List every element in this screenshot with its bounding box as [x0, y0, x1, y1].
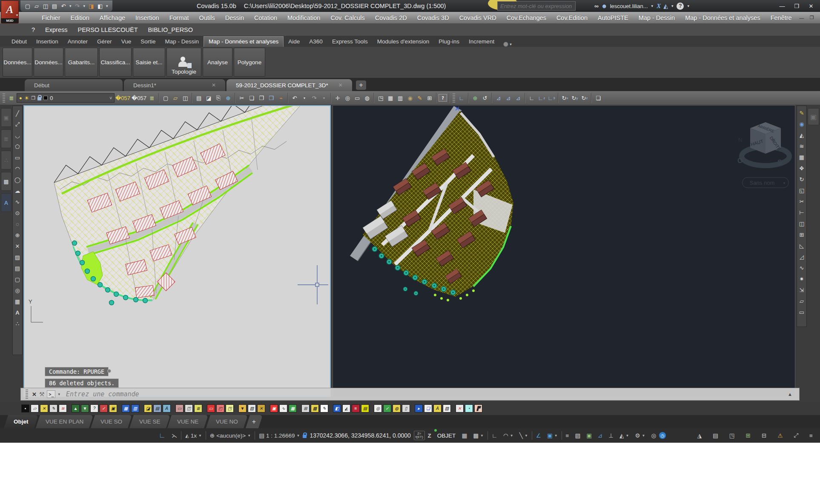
fet-icon[interactable]: Z=f(ET): [414, 431, 425, 440]
lineweight-icon[interactable]: ≡: [563, 430, 572, 441]
ribbon-tab-increment[interactable]: Increment: [464, 37, 499, 47]
layer-vp-icon[interactable]: ❐: [31, 95, 35, 101]
command-options-caret[interactable]: ▾: [58, 392, 60, 396]
ortho-icon[interactable]: ∟: [489, 430, 500, 441]
undo-icon[interactable]: ↶: [60, 2, 67, 10]
logo-dropdown-icon[interactable]: ▾: [16, 13, 18, 17]
ucs-rotate-y-icon[interactable]: ↻y: [570, 93, 579, 103]
ucs-rotate-z-icon[interactable]: ↻z: [580, 93, 589, 103]
ribbon-tab-map-dessin[interactable]: Map - Dessin: [160, 37, 204, 47]
print-icon[interactable]: ▤: [194, 93, 204, 103]
ribbon-tab-gerer[interactable]: Gérer: [92, 37, 117, 47]
panel-analyse[interactable]: Analyse: [203, 48, 232, 77]
menu-autopiste[interactable]: AutoPISTE: [593, 12, 634, 23]
toolbar-ic[interactable]: ▭: [207, 404, 215, 412]
redo-dropdown-icon[interactable]: ▾: [83, 4, 86, 8]
render-icon[interactable]: ◉: [405, 93, 415, 103]
doc-minimize-icon[interactable]: —: [797, 14, 806, 22]
toolbar-ic[interactable]: ▼: [81, 404, 89, 412]
toolbar-ic[interactable]: ▤: [153, 404, 161, 412]
menu-fenetre[interactable]: Fenêtre: [766, 12, 797, 23]
explode-icon[interactable]: ✷: [797, 273, 806, 284]
save-icon[interactable]: ◫: [181, 93, 190, 103]
toolbar-ic[interactable]: ◎: [374, 404, 382, 412]
view-cube[interactable]: ARRIÈRE HAUT DROITE O S N E Sans nom ▼: [737, 122, 789, 188]
undo-list-icon[interactable]: ▾: [300, 93, 309, 103]
viewport-3d[interactable]: ARRIÈRE HAUT DROITE O S N E Sans nom ▼: [333, 105, 795, 397]
tool-palettes-icon[interactable]: ▥: [396, 93, 405, 103]
dock-tool-button[interactable]: ▣: [808, 108, 819, 125]
panel-polygone[interactable]: Polygone: [234, 48, 265, 77]
ucs-view-icon[interactable]: ∟: [527, 93, 536, 103]
erase-icon[interactable]: ▭: [797, 306, 806, 318]
ucs-status-icon[interactable]: ∟: [156, 430, 169, 441]
mtext-icon[interactable]: A: [13, 307, 22, 318]
plan-canvas[interactable]: Y: [24, 106, 330, 396]
toolbar-ic[interactable]: ✎: [320, 404, 328, 412]
save-icon[interactable]: ◫: [42, 2, 49, 10]
toolbar-ic[interactable]: ▯: [402, 404, 410, 412]
monitor-icon[interactable]: ▤: [710, 430, 721, 441]
polygon-icon[interactable]: ⬠: [13, 141, 22, 152]
command-input[interactable]: Entrez une commande: [66, 390, 139, 398]
file-tab-dossier-3d[interactable]: 59-2012_DOSSIER COMPLET_3D*✕: [227, 79, 352, 91]
paste-special-icon[interactable]: ❒: [267, 93, 276, 103]
ribbon-tab-vue[interactable]: Vue: [117, 37, 136, 47]
pan-icon[interactable]: ✛: [333, 93, 342, 103]
layout-tab-vue-ne[interactable]: VUE NE: [167, 415, 208, 428]
toolbar-ic[interactable]: ◧: [333, 404, 341, 412]
search-binoculars-icon[interactable]: ∞: [594, 3, 599, 9]
cycling-icon[interactable]: ▣: [583, 430, 595, 441]
panel-classification[interactable]: Classifica...: [99, 48, 132, 77]
toolbar-ic[interactable]: ▸: [415, 404, 423, 412]
point-icon[interactable]: ∴: [13, 318, 22, 329]
dock-layers-icon[interactable]: ≣: [1, 129, 11, 148]
fillet-icon[interactable]: ◿: [797, 251, 806, 262]
transparency-icon[interactable]: ▨: [572, 430, 584, 441]
menu-format[interactable]: Format: [164, 12, 194, 23]
ribbon-tab-sortie[interactable]: Sortie: [136, 37, 160, 47]
arc-icon[interactable]: ◡: [13, 130, 22, 141]
layout-tab-vue-no[interactable]: VUE NO: [206, 415, 248, 428]
layer-color-swatch[interactable]: [43, 96, 48, 100]
layer-lock-icon[interactable]: [37, 97, 41, 100]
toolbar-ic[interactable]: ◭: [342, 404, 350, 412]
menu-dessin[interactable]: Dessin: [220, 12, 249, 23]
trim-icon[interactable]: ✂: [797, 196, 806, 207]
compass-west[interactable]: O: [737, 157, 743, 164]
arc-3pt-icon[interactable]: ◠: [13, 163, 22, 174]
workspace-gear-icon[interactable]: ⚙▼: [632, 430, 648, 441]
command-line[interactable]: ✕ ⚒ >_ ▾ Entrez une commande ▲: [20, 388, 800, 401]
ucs-previous-icon[interactable]: ↺: [480, 93, 490, 103]
paste-icon[interactable]: ❐: [257, 93, 266, 103]
compass-south[interactable]: S: [777, 159, 782, 166]
toolbar-ic[interactable]: ▥: [131, 404, 139, 412]
ucs-world-icon[interactable]: ⊕: [470, 93, 480, 103]
doc-close-icon[interactable]: ✕: [817, 14, 820, 22]
history-handle[interactable]: [107, 369, 111, 373]
tab-close-icon[interactable]: ✕: [338, 82, 343, 88]
customize-menu-icon[interactable]: ≡: [806, 430, 816, 441]
clock-icon[interactable]: ◷: [659, 432, 666, 439]
toolbar-ic[interactable]: ≡: [352, 404, 360, 412]
annotation-scale[interactable]: ◭1x▼: [182, 430, 205, 441]
a360-dropdown-icon[interactable]: ▾: [671, 4, 674, 8]
chevron-down-icon[interactable]: ˅: [109, 96, 112, 100]
panel-donnees-1[interactable]: Données...: [3, 48, 32, 77]
plot-status-icon[interactable]: ◳: [726, 430, 738, 441]
menu-express[interactable]: Express: [40, 23, 72, 36]
toolbar-ic[interactable]: ▼: [238, 404, 247, 412]
menu-insertion[interactable]: Insertion: [130, 12, 164, 23]
toolbar-ic[interactable]: ◍: [393, 404, 401, 412]
align-icon[interactable]: ▱: [797, 295, 806, 306]
maximize-icon[interactable]: ❒: [789, 0, 804, 12]
ribbon-tab-aide[interactable]: Aide: [284, 37, 304, 47]
toolbar-ic[interactable]: ▛: [474, 404, 482, 412]
z-filter-icon[interactable]: Z: [425, 430, 434, 441]
toolbar-ic[interactable]: ▩: [311, 404, 319, 412]
circle-icon[interactable]: ◯: [13, 174, 22, 185]
toolbar-grip[interactable]: [453, 93, 455, 103]
menu-map-donnees[interactable]: Map - Données et analyses: [680, 12, 766, 23]
menu-affichage[interactable]: Affichage: [95, 12, 130, 23]
web-icon[interactable]: ⊕: [224, 93, 233, 103]
